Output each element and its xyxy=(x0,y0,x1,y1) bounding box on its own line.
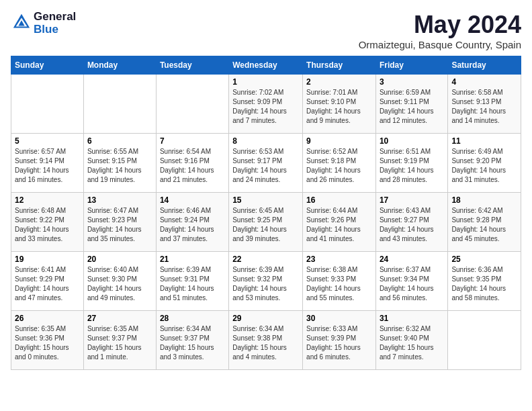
cell-info: Sunrise: 6:38 AMSunset: 9:33 PMDaylight:… xyxy=(306,265,372,303)
calendar-cell: 22Sunrise: 6:39 AMSunset: 9:32 PMDayligh… xyxy=(229,252,303,311)
calendar-cell: 6Sunrise: 6:55 AMSunset: 9:15 PMDaylight… xyxy=(83,134,156,193)
calendar-cell: 10Sunrise: 6:51 AMSunset: 9:19 PMDayligh… xyxy=(375,134,447,193)
calendar-cell: 3Sunrise: 6:59 AMSunset: 9:11 PMDaylight… xyxy=(375,75,447,134)
calendar-cell: 31Sunrise: 6:32 AMSunset: 9:40 PMDayligh… xyxy=(375,311,447,370)
calendar-cell: 16Sunrise: 6:44 AMSunset: 9:26 PMDayligh… xyxy=(303,193,376,252)
day-number: 13 xyxy=(87,195,152,205)
day-number: 26 xyxy=(15,314,80,323)
calendar-week-row: 26Sunrise: 6:35 AMSunset: 9:36 PMDayligh… xyxy=(11,311,521,370)
cell-info: Sunrise: 6:52 AMSunset: 9:18 PMDaylight:… xyxy=(306,147,372,185)
day-number: 8 xyxy=(232,136,299,146)
cell-info: Sunrise: 6:35 AMSunset: 9:36 PMDaylight:… xyxy=(15,324,80,362)
day-number: 22 xyxy=(232,255,299,264)
calendar-cell: 27Sunrise: 6:35 AMSunset: 9:37 PMDayligh… xyxy=(83,311,156,370)
cell-info: Sunrise: 7:01 AMSunset: 9:10 PMDaylight:… xyxy=(306,88,372,126)
cell-info: Sunrise: 6:36 AMSunset: 9:35 PMDaylight:… xyxy=(451,265,517,303)
day-number: 1 xyxy=(232,77,299,87)
calendar-cell: 17Sunrise: 6:43 AMSunset: 9:27 PMDayligh… xyxy=(375,193,447,252)
day-number: 20 xyxy=(87,255,152,264)
day-number: 29 xyxy=(232,314,299,323)
calendar-body: 1Sunrise: 7:02 AMSunset: 9:09 PMDaylight… xyxy=(11,75,521,370)
day-number: 30 xyxy=(306,314,372,323)
day-number: 12 xyxy=(15,195,80,205)
cell-info: Sunrise: 6:43 AMSunset: 9:27 PMDaylight:… xyxy=(380,206,444,244)
title-block: May 2024 Ormaiztegui, Basque Country, Sp… xyxy=(359,11,521,50)
cell-info: Sunrise: 6:41 AMSunset: 9:29 PMDaylight:… xyxy=(15,265,80,303)
day-number: 28 xyxy=(160,314,225,323)
cell-info: Sunrise: 6:58 AMSunset: 9:13 PMDaylight:… xyxy=(451,88,517,126)
day-number: 6 xyxy=(87,136,152,146)
day-number: 3 xyxy=(380,77,444,87)
day-number: 16 xyxy=(306,195,372,205)
calendar-week-row: 19Sunrise: 6:41 AMSunset: 9:29 PMDayligh… xyxy=(11,252,521,311)
calendar-week-row: 1Sunrise: 7:02 AMSunset: 9:09 PMDaylight… xyxy=(11,75,521,134)
calendar-cell: 11Sunrise: 6:49 AMSunset: 9:20 PMDayligh… xyxy=(448,134,521,193)
cell-info: Sunrise: 6:35 AMSunset: 9:37 PMDaylight:… xyxy=(87,324,152,362)
calendar-header-row: SundayMondayTuesdayWednesdayThursdayFrid… xyxy=(11,56,521,75)
cell-info: Sunrise: 6:44 AMSunset: 9:26 PMDaylight:… xyxy=(306,206,372,244)
cell-info: Sunrise: 6:32 AMSunset: 9:40 PMDaylight:… xyxy=(380,324,444,362)
day-number: 23 xyxy=(306,255,372,264)
cell-info: Sunrise: 6:42 AMSunset: 9:28 PMDaylight:… xyxy=(451,206,517,244)
calendar-cell: 20Sunrise: 6:40 AMSunset: 9:30 PMDayligh… xyxy=(83,252,156,311)
day-of-week-header: Wednesday xyxy=(229,56,303,75)
calendar-cell: 24Sunrise: 6:37 AMSunset: 9:34 PMDayligh… xyxy=(375,252,447,311)
cell-info: Sunrise: 6:37 AMSunset: 9:34 PMDaylight:… xyxy=(380,265,444,303)
cell-info: Sunrise: 6:57 AMSunset: 9:14 PMDaylight:… xyxy=(15,147,80,185)
cell-info: Sunrise: 6:40 AMSunset: 9:30 PMDaylight:… xyxy=(87,265,152,303)
calendar-cell: 13Sunrise: 6:47 AMSunset: 9:23 PMDayligh… xyxy=(83,193,156,252)
cell-info: Sunrise: 6:46 AMSunset: 9:24 PMDaylight:… xyxy=(160,206,225,244)
logo-general: General xyxy=(34,11,76,24)
calendar-cell: 25Sunrise: 6:36 AMSunset: 9:35 PMDayligh… xyxy=(448,252,521,311)
calendar-cell: 14Sunrise: 6:46 AMSunset: 9:24 PMDayligh… xyxy=(156,193,228,252)
cell-info: Sunrise: 6:59 AMSunset: 9:11 PMDaylight:… xyxy=(380,88,444,126)
cell-info: Sunrise: 6:48 AMSunset: 9:22 PMDaylight:… xyxy=(15,206,80,244)
cell-info: Sunrise: 6:34 AMSunset: 9:38 PMDaylight:… xyxy=(232,324,299,362)
calendar-cell: 23Sunrise: 6:38 AMSunset: 9:33 PMDayligh… xyxy=(303,252,376,311)
day-number: 15 xyxy=(232,195,299,205)
calendar-cell: 29Sunrise: 6:34 AMSunset: 9:38 PMDayligh… xyxy=(229,311,303,370)
calendar-cell: 2Sunrise: 7:01 AMSunset: 9:10 PMDaylight… xyxy=(303,75,376,134)
logo: General Blue xyxy=(11,11,76,36)
day-of-week-header: Tuesday xyxy=(156,56,228,75)
calendar-cell: 30Sunrise: 6:33 AMSunset: 9:39 PMDayligh… xyxy=(303,311,376,370)
calendar-cell: 5Sunrise: 6:57 AMSunset: 9:14 PMDaylight… xyxy=(11,134,84,193)
cell-info: Sunrise: 6:39 AMSunset: 9:31 PMDaylight:… xyxy=(160,265,225,303)
day-of-week-header: Thursday xyxy=(303,56,376,75)
calendar-cell: 8Sunrise: 6:53 AMSunset: 9:17 PMDaylight… xyxy=(229,134,303,193)
calendar-cell: 28Sunrise: 6:34 AMSunset: 9:37 PMDayligh… xyxy=(156,311,228,370)
day-of-week-header: Monday xyxy=(83,56,156,75)
calendar-week-row: 5Sunrise: 6:57 AMSunset: 9:14 PMDaylight… xyxy=(11,134,521,193)
day-number: 14 xyxy=(160,195,225,205)
day-number: 19 xyxy=(15,255,80,264)
calendar-cell: 21Sunrise: 6:39 AMSunset: 9:31 PMDayligh… xyxy=(156,252,228,311)
cell-info: Sunrise: 6:39 AMSunset: 9:32 PMDaylight:… xyxy=(232,265,299,303)
cell-info: Sunrise: 7:02 AMSunset: 9:09 PMDaylight:… xyxy=(232,88,299,126)
cell-info: Sunrise: 6:33 AMSunset: 9:39 PMDaylight:… xyxy=(306,324,372,362)
cell-info: Sunrise: 6:49 AMSunset: 9:20 PMDaylight:… xyxy=(451,147,517,185)
calendar-week-row: 12Sunrise: 6:48 AMSunset: 9:22 PMDayligh… xyxy=(11,193,521,252)
calendar-cell xyxy=(448,311,521,370)
calendar-cell: 9Sunrise: 6:52 AMSunset: 9:18 PMDaylight… xyxy=(303,134,376,193)
day-number: 17 xyxy=(380,195,444,205)
cell-info: Sunrise: 6:55 AMSunset: 9:15 PMDaylight:… xyxy=(87,147,152,185)
day-number: 11 xyxy=(451,136,517,146)
calendar-cell: 7Sunrise: 6:54 AMSunset: 9:16 PMDaylight… xyxy=(156,134,228,193)
calendar-cell: 12Sunrise: 6:48 AMSunset: 9:22 PMDayligh… xyxy=(11,193,84,252)
cell-info: Sunrise: 6:54 AMSunset: 9:16 PMDaylight:… xyxy=(160,147,225,185)
day-number: 21 xyxy=(160,255,225,264)
day-number: 31 xyxy=(380,314,444,323)
logo-blue: Blue xyxy=(34,24,76,36)
logo-icon xyxy=(12,13,31,32)
cell-info: Sunrise: 6:45 AMSunset: 9:25 PMDaylight:… xyxy=(232,206,299,244)
calendar-cell: 18Sunrise: 6:42 AMSunset: 9:28 PMDayligh… xyxy=(448,193,521,252)
cell-info: Sunrise: 6:51 AMSunset: 9:19 PMDaylight:… xyxy=(380,147,444,185)
cell-info: Sunrise: 6:34 AMSunset: 9:37 PMDaylight:… xyxy=(160,324,225,362)
day-number: 25 xyxy=(451,255,517,264)
day-of-week-header: Friday xyxy=(375,56,447,75)
calendar-cell: 19Sunrise: 6:41 AMSunset: 9:29 PMDayligh… xyxy=(11,252,84,311)
calendar-cell: 1Sunrise: 7:02 AMSunset: 9:09 PMDaylight… xyxy=(229,75,303,134)
calendar-cell: 15Sunrise: 6:45 AMSunset: 9:25 PMDayligh… xyxy=(229,193,303,252)
day-of-week-header: Saturday xyxy=(448,56,521,75)
calendar-cell xyxy=(156,75,228,134)
